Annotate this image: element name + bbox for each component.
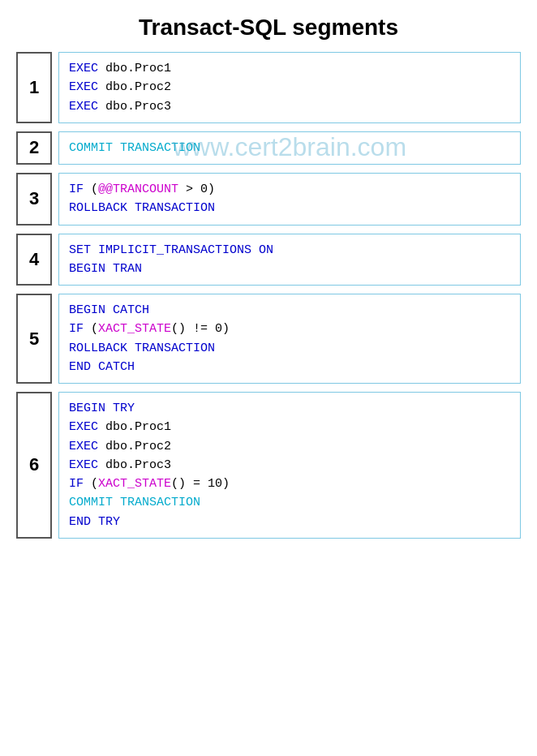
code-line: COMMIT TRANSACTION <box>69 139 510 157</box>
code-token: dbo.Proc1 <box>98 420 171 434</box>
code-line: BEGIN CATCH <box>69 301 510 320</box>
code-token: BEGIN <box>69 402 105 415</box>
code-token: TRANSACTION <box>120 496 200 509</box>
segment-number-6: 6 <box>16 392 52 539</box>
code-line: EXEC dbo.Proc3 <box>69 97 510 116</box>
code-token: EXEC <box>69 420 98 434</box>
segment-row: 6BEGIN TRY EXEC dbo.Proc1 EXEC dbo.Proc2… <box>16 392 521 539</box>
code-token: () != 0) <box>171 322 230 336</box>
code-line: EXEC dbo.Proc2 <box>69 437 510 456</box>
segment-row: 2www.cert2brain.comCOMMIT TRANSACTION <box>16 131 521 165</box>
segment-code-2: www.cert2brain.comCOMMIT TRANSACTION <box>58 131 521 165</box>
code-token <box>113 496 120 509</box>
code-token: ( <box>84 322 98 336</box>
segment-number-5: 5 <box>16 294 52 384</box>
code-token <box>113 141 120 155</box>
code-token: EXEC <box>69 100 98 114</box>
code-line: IF (XACT_STATE() != 0) <box>69 320 510 338</box>
code-token: dbo.Proc2 <box>98 80 171 94</box>
code-token: IF <box>69 477 84 491</box>
segment-row: 3IF (@@TRANCOUNT > 0) ROLLBACK TRANSACTI… <box>16 173 521 226</box>
segment-number-3: 3 <box>16 173 52 226</box>
code-token: END <box>69 360 91 374</box>
code-line: BEGIN TRAN <box>69 260 510 278</box>
segment-code-5: BEGIN CATCHIF (XACT_STATE() != 0) ROLLBA… <box>58 294 521 384</box>
code-token: COMMIT <box>69 141 113 155</box>
code-line: END TRY <box>69 513 510 531</box>
segment-code-6: BEGIN TRY EXEC dbo.Proc1 EXEC dbo.Proc2 … <box>58 392 521 539</box>
code-token: BEGIN <box>69 262 105 276</box>
code-token: EXEC <box>69 80 98 94</box>
code-token: ( <box>84 477 98 491</box>
segment-code-1: EXEC dbo.Proc1EXEC dbo.Proc2EXEC dbo.Pro… <box>58 52 521 123</box>
code-token: XACT_STATE <box>98 477 171 491</box>
code-token: END <box>69 515 91 529</box>
code-token: dbo.Proc3 <box>98 100 171 114</box>
code-token <box>91 243 98 257</box>
code-token: EXEC <box>69 440 98 453</box>
code-line: EXEC dbo.Proc1 <box>69 418 510 436</box>
code-token: TRAN <box>105 262 142 276</box>
code-line: EXEC dbo.Proc1 <box>69 59 510 78</box>
segment-row: 5BEGIN CATCHIF (XACT_STATE() != 0) ROLLB… <box>16 294 521 384</box>
code-token: BEGIN <box>69 303 105 317</box>
code-token <box>251 243 259 257</box>
code-token: ROLLBACK TRANSACTION <box>69 201 215 215</box>
code-token: CATCH <box>91 360 135 374</box>
segment-row: 1EXEC dbo.Proc1EXEC dbo.Proc2EXEC dbo.Pr… <box>16 52 521 123</box>
segment-number-4: 4 <box>16 234 52 286</box>
code-token: IF <box>69 183 84 196</box>
code-token: ON <box>259 243 273 257</box>
code-token: ( <box>84 183 98 196</box>
code-token: dbo.Proc1 <box>98 62 171 75</box>
code-line: EXEC dbo.Proc2 <box>69 78 510 97</box>
code-line: ROLLBACK TRANSACTION <box>69 339 510 358</box>
code-token: IF <box>69 322 84 336</box>
segment-code-4: SET IMPLICIT_TRANSACTIONS ONBEGIN TRAN <box>58 234 521 286</box>
code-token: TRY <box>105 402 135 415</box>
page-title: Transact-SQL segments <box>16 8 521 41</box>
code-token: SET <box>69 243 91 257</box>
code-token: CATCH <box>105 303 149 317</box>
segment-number-2: 2 <box>16 131 52 165</box>
segment-code-3: IF (@@TRANCOUNT > 0) ROLLBACK TRANSACTIO… <box>58 173 521 226</box>
segments-container: 1EXEC dbo.Proc1EXEC dbo.Proc2EXEC dbo.Pr… <box>16 52 521 539</box>
code-line: COMMIT TRANSACTION <box>69 493 510 512</box>
code-token: TRY <box>91 515 120 529</box>
code-line: IF (@@TRANCOUNT > 0) <box>69 180 510 199</box>
code-token: dbo.Proc3 <box>98 458 171 472</box>
code-line: END CATCH <box>69 358 510 376</box>
segment-row: 4SET IMPLICIT_TRANSACTIONS ONBEGIN TRAN <box>16 234 521 286</box>
code-token: ROLLBACK TRANSACTION <box>69 341 215 355</box>
code-line: BEGIN TRY <box>69 399 510 418</box>
code-token: > 0) <box>178 183 215 196</box>
code-token: () = 10) <box>171 477 230 491</box>
code-line: SET IMPLICIT_TRANSACTIONS ON <box>69 241 510 260</box>
code-token: @@TRANCOUNT <box>98 183 178 196</box>
code-token: IMPLICIT_TRANSACTIONS <box>98 243 251 257</box>
code-token: TRANSACTION <box>120 141 200 155</box>
code-token: COMMIT <box>69 496 113 509</box>
code-line: IF (XACT_STATE() = 10) <box>69 475 510 493</box>
code-token: dbo.Proc2 <box>98 440 171 453</box>
code-token: EXEC <box>69 458 98 472</box>
code-line: EXEC dbo.Proc3 <box>69 456 510 475</box>
segment-number-1: 1 <box>16 52 52 123</box>
code-token: EXEC <box>69 62 98 75</box>
code-line: ROLLBACK TRANSACTION <box>69 199 510 217</box>
code-token: XACT_STATE <box>98 322 171 336</box>
